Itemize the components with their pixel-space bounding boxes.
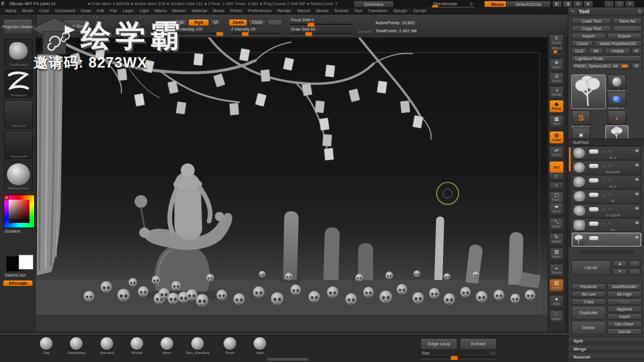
visibility-toggle-icon[interactable] xyxy=(589,163,599,169)
secondary-color-swatch[interactable] xyxy=(18,255,33,270)
clone-button[interactable]: Clone xyxy=(571,40,593,47)
brush-thumbnail[interactable]: ClayBuildup xyxy=(4,39,33,68)
doc-left-icon[interactable]: ◧ xyxy=(552,1,562,8)
polypaint-icon[interactable]: ◻ xyxy=(602,222,605,226)
lightbox-tools-button[interactable]: Lightbox›Tools xyxy=(571,55,642,62)
append-button[interactable]: Append xyxy=(607,306,642,312)
actual-icon[interactable]: ⊙Actual xyxy=(549,72,564,85)
subtool-up-button[interactable]: ▲ xyxy=(612,260,627,267)
eye-icon[interactable]: 👁 xyxy=(635,163,639,168)
minimize-button[interactable]: – xyxy=(604,1,614,8)
eye-icon[interactable]: 👁 xyxy=(635,236,639,240)
delete-button[interactable]: Delete xyxy=(571,321,606,335)
polypaint-icon[interactable]: ◻ xyxy=(602,207,605,211)
spix-knob[interactable] xyxy=(553,50,557,53)
eye-icon[interactable]: 👁 xyxy=(635,192,639,197)
menu-file[interactable]: File xyxy=(107,8,120,13)
merge-section-header[interactable]: Merge xyxy=(568,345,644,352)
visibility-toggle-icon[interactable] xyxy=(589,192,599,197)
tool-r-button[interactable]: R xyxy=(631,63,642,69)
rgb-button[interactable]: Rgb xyxy=(188,19,209,26)
active-tool-thumbnail[interactable] xyxy=(571,74,606,109)
insert-button[interactable]: Insert xyxy=(607,314,642,320)
ghost-icon[interactable]: ▨Ghost xyxy=(549,279,564,292)
menu-document[interactable]: Document xyxy=(53,8,78,13)
solo-icon[interactable]: ●Solo xyxy=(549,295,564,308)
menu-material[interactable]: Material xyxy=(189,8,210,13)
local-icon[interactable]: ◎Local xyxy=(549,131,564,144)
lock-icon[interactable]: ⊠ xyxy=(583,1,593,8)
all-high-button[interactable]: All High xyxy=(607,291,642,297)
menu-stencil[interactable]: Stencil xyxy=(294,8,313,13)
sculpt-icon[interactable]: ✎ xyxy=(608,222,612,226)
color-picker[interactable] xyxy=(3,195,35,228)
goz-button[interactable]: GoZ xyxy=(571,48,587,54)
xpose-icon[interactable]: ∷Xpose xyxy=(549,310,564,323)
m-button[interactable]: M xyxy=(210,19,221,26)
sculpt-icon[interactable]: ✎ xyxy=(608,150,612,154)
sculpt-icon[interactable]: ✎ xyxy=(608,193,612,197)
subtool-row[interactable]: ◻✎👁01-2 xyxy=(572,146,641,160)
visibility-toggle-icon[interactable] xyxy=(589,221,599,226)
make-polymesh3d-button[interactable]: Make PolyMesh3D xyxy=(594,40,642,47)
all-low-button[interactable]: All Low xyxy=(571,291,606,297)
split-section-header[interactable]: Split xyxy=(568,337,644,344)
eye-icon[interactable]: 👁 xyxy=(635,149,639,154)
copy-subtool-button[interactable]: Copy xyxy=(571,298,606,305)
zcut-button[interactable]: Zcut xyxy=(267,19,283,26)
remesh-section-header[interactable]: Remesh xyxy=(568,353,644,360)
eye-icon[interactable]: 👁 xyxy=(635,221,639,226)
zadd-button[interactable]: Zadd xyxy=(229,19,247,26)
menu-tool[interactable]: Tool xyxy=(351,8,365,13)
subtool-row[interactable]: ◻✎👁01-3 xyxy=(572,175,641,189)
subtool-jump-button[interactable]: ↦ xyxy=(629,268,641,275)
material-thumbnail[interactable]: MatCap Gray xyxy=(4,161,33,191)
brush-preset-claybuildup[interactable]: ClayBuildup xyxy=(60,337,92,354)
visibility-toggle-icon[interactable] xyxy=(589,178,599,183)
alternate-button[interactable]: Alternate xyxy=(3,280,33,286)
menu-color[interactable]: Color xyxy=(36,8,53,13)
menu-picker[interactable]: Picker xyxy=(227,8,245,13)
circle1-icon[interactable]: ○ xyxy=(549,173,564,180)
brush-preset-inflat[interactable]: Inflat xyxy=(244,337,276,354)
autoreorder-button[interactable]: AutoReorder xyxy=(607,283,642,290)
menu-draw[interactable]: Draw xyxy=(78,8,94,13)
subtool-section-header[interactable]: SubTool xyxy=(568,139,644,146)
subtool-scrollbar[interactable] xyxy=(569,146,571,247)
brush-preset-hpolish[interactable]: hPolish xyxy=(121,337,153,354)
current-tool-knob[interactable] xyxy=(621,65,628,68)
menu-layer[interactable]: Layer xyxy=(120,8,136,13)
menu-light[interactable]: Light xyxy=(136,8,151,13)
doc-right-icon[interactable]: ◨ xyxy=(563,1,572,8)
tool-thumb-spherebrush[interactable] xyxy=(608,74,626,89)
goz-r-button[interactable]: R xyxy=(631,48,642,54)
visibility-toggle-icon[interactable] xyxy=(589,149,599,154)
tool-thumb-eraserbrush[interactable]: ◗ xyxy=(608,110,626,125)
zsub-button[interactable]: Zsub xyxy=(248,19,266,26)
eye-icon[interactable]: 👁 xyxy=(635,178,639,182)
menu-transform[interactable]: Transform xyxy=(365,8,390,13)
transp-icon[interactable]: ◒Transp xyxy=(549,264,564,277)
sculpt-icon[interactable]: ✎ xyxy=(608,207,612,211)
quicksave-button[interactable]: QuickSave xyxy=(353,1,394,8)
brush-preset-standard[interactable]: Standard xyxy=(91,337,123,354)
subtool-row[interactable]: ◻✎👁Jin xyxy=(572,218,641,232)
save-as-button[interactable]: Save As xyxy=(613,18,642,24)
duplicate-button[interactable]: Duplicate xyxy=(571,306,606,320)
texture-thumbnail[interactable]: Texture Off xyxy=(4,130,33,159)
spix-track[interactable] xyxy=(551,51,562,53)
subtool-row[interactable]: ◻✎👁ExtractM xyxy=(572,161,641,174)
menu-edit[interactable]: Edit xyxy=(94,8,107,13)
brush-preset-clay[interactable]: Clay xyxy=(30,337,62,354)
tray-scroll-handle[interactable] xyxy=(267,358,308,361)
tool-thumb-alphabrush[interactable] xyxy=(608,92,626,107)
palette-pin-icon[interactable]: ↖ xyxy=(571,9,575,14)
subtool-row[interactable]: ◻✎👁GYODU4 xyxy=(572,204,641,218)
list-all-button[interactable]: List All xyxy=(571,260,611,275)
menu-movie[interactable]: Movie xyxy=(210,8,227,13)
extract-button[interactable]: Extract xyxy=(460,338,497,350)
del-all-button[interactable]: Del All xyxy=(607,329,642,335)
aahalf-icon[interactable]: ◑AAHalf xyxy=(549,86,564,99)
stroke-thumbnail[interactable]: FreeHand xyxy=(4,69,33,98)
restore-button[interactable]: ▢ xyxy=(615,1,624,8)
